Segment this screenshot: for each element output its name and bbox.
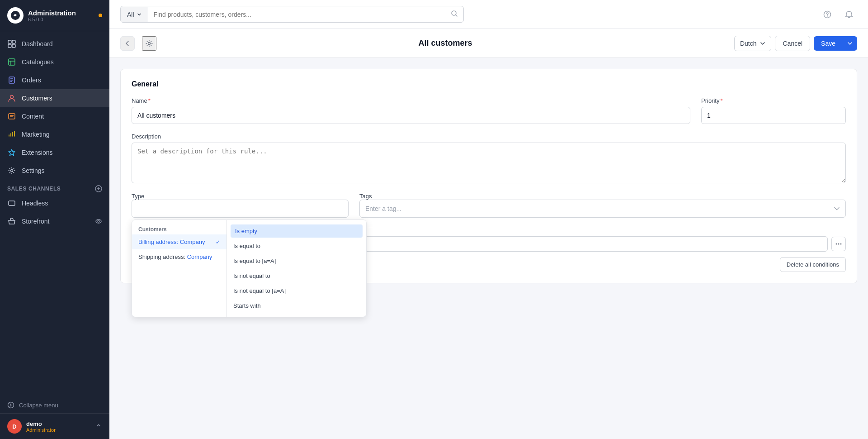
app-version: 6.5.0.0 <box>28 17 76 22</box>
sidebar-item-label: Orders <box>22 76 41 84</box>
page-content: General Name* Priority* Descr <box>109 58 868 439</box>
type-label: Type <box>132 193 144 200</box>
sidebar: Administration 6.5.0.0 Dashboard Catalog… <box>0 0 109 439</box>
notifications-button[interactable] <box>841 6 857 23</box>
name-input[interactable] <box>132 107 690 124</box>
sidebar-footer: D demo Administrator <box>0 413 109 439</box>
tags-placeholder: Enter a tag... <box>365 205 401 212</box>
operator-starts-with[interactable]: Starts with <box>227 298 366 313</box>
storefront-visibility-icon <box>95 218 102 225</box>
sidebar-item-label: Marketing <box>22 131 49 138</box>
sidebar-item-marketing[interactable]: Marketing <box>0 125 109 143</box>
catalogues-icon <box>7 57 16 67</box>
page-header: All customers Dutch Cancel Save <box>109 29 868 58</box>
orders-icon <box>7 76 16 85</box>
svg-point-29 <box>836 243 837 245</box>
tags-chevron-icon <box>834 205 840 212</box>
operator-is-equal-to[interactable]: Is equal to <box>227 239 366 253</box>
cancel-button[interactable]: Cancel <box>775 36 810 51</box>
operator-is-empty[interactable]: Is empty <box>231 224 363 238</box>
dropdown-item-billing-company[interactable]: Billing address: Company ✓ <box>132 234 226 249</box>
gear-icon <box>146 40 153 47</box>
svg-point-27 <box>827 16 828 17</box>
save-main-button[interactable]: Save <box>814 36 843 51</box>
sidebar-item-label: Dashboard <box>22 40 53 48</box>
priority-group: Priority* <box>701 97 846 124</box>
type-tags-row: Type Customers Billing address: Company … <box>132 192 846 218</box>
help-button[interactable] <box>819 6 835 23</box>
tags-label: Tags <box>359 193 372 200</box>
sidebar-item-label: Catalogues <box>22 58 54 66</box>
marketing-icon <box>7 130 16 139</box>
description-textarea[interactable] <box>132 143 846 183</box>
main-content: All All customers Dutch <box>109 0 868 439</box>
sidebar-item-label: Headless <box>22 200 48 207</box>
type-select[interactable] <box>132 200 349 218</box>
search-input[interactable] <box>148 7 445 22</box>
svg-point-16 <box>11 170 13 172</box>
sidebar-nav: Dashboard Catalogues Orders Customers Co… <box>0 31 109 397</box>
dropdown-item-shipping-company[interactable]: Shipping address: Company <box>132 249 226 264</box>
svg-point-31 <box>840 243 842 245</box>
description-group: Description <box>132 133 846 183</box>
operator-is-not-equal-to[interactable]: Is not equal to <box>227 268 366 283</box>
back-icon <box>124 40 131 47</box>
language-chevron-icon <box>760 41 765 46</box>
sidebar-item-storefront[interactable]: Storefront <box>0 212 109 230</box>
collapse-menu-button[interactable]: Collapse menu <box>0 397 109 413</box>
sidebar-item-headless[interactable]: Headless <box>0 194 109 212</box>
storefront-icon <box>7 217 16 226</box>
svg-rect-3 <box>8 44 11 48</box>
sidebar-item-dashboard[interactable]: Dashboard <box>0 35 109 53</box>
page-settings-button[interactable] <box>142 36 156 51</box>
add-sales-channel-icon[interactable] <box>95 185 102 192</box>
svg-rect-1 <box>8 40 11 43</box>
bell-icon <box>845 10 853 19</box>
tags-input-wrapper[interactable]: Enter a tag... <box>359 200 846 218</box>
priority-input[interactable] <box>701 107 846 124</box>
search-icon <box>451 10 458 17</box>
search-wrapper: All <box>120 6 464 23</box>
save-dropdown-button[interactable] <box>843 37 857 50</box>
topbar: All <box>109 0 868 29</box>
sidebar-item-label: Settings <box>22 167 45 174</box>
svg-line-25 <box>456 15 457 16</box>
sidebar-item-label: Customers <box>22 95 52 102</box>
sidebar-item-customers[interactable]: Customers <box>0 89 109 107</box>
svg-rect-20 <box>9 201 15 205</box>
type-dropdown-menu: Customers Billing address: Company ✓ Shi… <box>132 220 367 317</box>
sidebar-item-content[interactable]: Content <box>0 107 109 125</box>
tags-group: Tags Enter a tag... <box>359 192 846 218</box>
name-priority-row: Name* Priority* <box>132 97 846 124</box>
svg-point-12 <box>10 95 14 99</box>
description-label: Description <box>132 133 846 140</box>
headless-icon <box>7 199 16 208</box>
search-all-dropdown[interactable]: All <box>121 7 148 22</box>
help-icon <box>823 10 831 19</box>
dropdown-customers-label: Customers <box>132 224 226 234</box>
collapse-icon <box>7 401 14 409</box>
sidebar-item-settings[interactable]: Settings <box>0 162 109 180</box>
sidebar-header: Administration 6.5.0.0 <box>0 0 109 31</box>
type-group: Type Customers Billing address: Company … <box>132 192 349 218</box>
sidebar-item-catalogues[interactable]: Catalogues <box>0 53 109 71</box>
delete-all-conditions-button[interactable]: Delete all conditions <box>780 257 846 272</box>
avatar: D <box>7 419 22 434</box>
operator-is-equal-to-a[interactable]: Is equal to [a=A] <box>227 253 366 268</box>
back-button[interactable] <box>120 36 135 51</box>
svg-point-21 <box>96 220 101 223</box>
sidebar-item-orders[interactable]: Orders <box>0 71 109 89</box>
svg-rect-13 <box>9 114 15 119</box>
condition-value-input[interactable] <box>320 236 828 252</box>
language-selector[interactable]: Dutch <box>734 36 772 51</box>
search-all-chevron-icon <box>137 12 142 17</box>
svg-point-22 <box>98 220 99 222</box>
sidebar-item-extensions[interactable]: Extensions <box>0 143 109 162</box>
priority-label: Priority* <box>701 97 846 104</box>
save-chevron-icon <box>847 41 853 46</box>
user-menu-chevron-icon[interactable] <box>95 423 102 430</box>
condition-more-button[interactable] <box>831 237 846 251</box>
operator-is-not-equal-to-a[interactable]: Is not equal to [a=A] <box>227 283 366 298</box>
search-submit-button[interactable] <box>445 6 463 22</box>
dropdown-right-panel: Is empty Is equal to Is equal to [a=A] I… <box>227 220 366 317</box>
